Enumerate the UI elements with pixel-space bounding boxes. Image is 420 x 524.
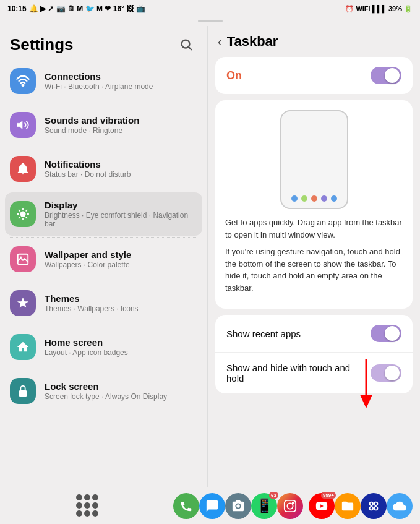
back-button[interactable]: ‹: [218, 35, 222, 49]
display-title: Display: [45, 200, 197, 210]
drag-handle: [198, 20, 223, 22]
sounds-title: Sounds and vibration: [45, 115, 197, 126]
settings-item-lockscreen[interactable]: Lock screen Screen lock type · Always On…: [5, 371, 202, 411]
display-text: Display Brightness · Eye comfort shield …: [45, 200, 197, 228]
notifications-text: Notifications Status bar · Do not distur…: [45, 159, 197, 179]
svg-line-8: [19, 210, 19, 210]
settings-panel: Settings: [0, 26, 207, 487]
taskbar-panel: ‹ Taskbar On Get to apps quickly. Drag: [208, 26, 420, 487]
show-hide-knob: [385, 366, 400, 380]
taskbar-toggle-knob: [385, 68, 400, 83]
notifications-icon: [10, 156, 36, 182]
battery-icon: 🔋: [404, 5, 413, 13]
show-recent-toggle[interactable]: [371, 325, 401, 342]
settings-list: Connections Wi-Fi · Bluetooth · Airplane…: [0, 61, 207, 413]
divider-3: [10, 191, 197, 191]
wallpaper-subtitle: Wallpapers · Color palette: [45, 260, 197, 269]
themes-title: Themes: [45, 293, 197, 304]
svg-line-1: [189, 47, 191, 49]
phone-preview: [280, 110, 348, 209]
options-card: Show recent apps Show and hide with touc…: [215, 315, 413, 393]
nav-phone[interactable]: [173, 493, 199, 519]
sounds-subtitle: Sound mode · Ringtone: [45, 126, 197, 135]
wifi-icon: WiFi: [356, 5, 370, 12]
settings-item-homescreen[interactable]: Home screen Layout · App icon badges: [5, 327, 202, 367]
search-button[interactable]: [175, 33, 197, 56]
red-arrow-annotation: [357, 359, 375, 411]
nav-samsung[interactable]: [361, 493, 387, 519]
time: 10:15: [7, 4, 27, 13]
info-text-2: If you're using gesture navigation, touc…: [225, 246, 403, 294]
themes-icon: [10, 290, 36, 316]
whatsapp-badge: 63: [269, 492, 278, 499]
svg-point-19: [287, 503, 293, 509]
nav-files[interactable]: [335, 493, 361, 519]
youtube-badge: 999+: [321, 492, 336, 499]
option-show-recent: Show recent apps: [215, 315, 413, 352]
lockscreen-icon: [10, 378, 36, 404]
settings-item-sounds[interactable]: Sounds and vibration Sound mode · Ringto…: [5, 105, 202, 145]
svg-point-20: [293, 502, 294, 504]
taskbar-title: Taskbar: [227, 33, 278, 49]
nav-camera[interactable]: [225, 493, 251, 519]
themes-text: Themes Themes · Wallpapers · Icons: [45, 293, 197, 313]
taskbar-main-toggle[interactable]: [371, 67, 401, 84]
info-text-1: Get to apps quickly. Drag an app from th…: [225, 217, 403, 241]
divider-4: [10, 237, 197, 238]
battery-text: 39%: [388, 5, 402, 12]
status-right: ⏰ WiFi ▌▌▌ 39% 🔋: [345, 5, 413, 13]
nav-whatsapp[interactable]: 📱 63: [251, 493, 277, 519]
themes-subtitle: Themes · Wallpapers · Icons: [45, 304, 197, 313]
nav-left: [5, 494, 171, 518]
homescreen-title: Home screen: [45, 337, 197, 348]
lockscreen-subtitle: Screen lock type · Always On Display: [45, 392, 197, 401]
svg-marker-16: [360, 395, 372, 408]
connections-subtitle: Wi-Fi · Bluetooth · Airplane mode: [45, 82, 197, 91]
svg-point-17: [236, 504, 240, 508]
homescreen-subtitle: Layout · App icon badges: [45, 348, 197, 357]
taskbar-preview-card: Get to apps quickly. Drag an app from th…: [215, 100, 413, 309]
svg-point-3: [20, 211, 25, 217]
taskbar-dots: [291, 195, 337, 202]
notifications-subtitle: Status bar · Do not disturb: [45, 170, 197, 179]
app-drawer-button[interactable]: [76, 494, 100, 518]
option-show-hide: Show and hide with touch and hold: [215, 352, 413, 393]
svg-line-10: [19, 217, 19, 218]
nav-cloud[interactable]: [387, 493, 413, 519]
main-layout: Settings: [0, 26, 420, 487]
svg-rect-14: [19, 390, 27, 397]
wallpaper-icon: [10, 246, 36, 272]
wallpaper-title: Wallpaper and style: [45, 249, 197, 260]
dot-3: [311, 195, 317, 202]
signal-icon: ▌▌▌: [372, 5, 387, 12]
settings-item-themes[interactable]: Themes Themes · Wallpapers · Icons: [5, 283, 202, 324]
divider-1: [10, 103, 197, 103]
display-subtitle: Brightness · Eye comfort shield · Naviga…: [45, 211, 197, 228]
lockscreen-title: Lock screen: [45, 381, 197, 392]
sounds-text: Sounds and vibration Sound mode · Ringto…: [45, 115, 197, 135]
alarm-icon: ⏰: [345, 5, 354, 13]
show-hide-label: Show and hide with touch and hold: [226, 363, 371, 384]
homescreen-icon: [10, 334, 36, 360]
divider-8: [10, 413, 197, 413]
connections-icon: [10, 68, 36, 94]
divider-7: [10, 369, 197, 369]
nav-messages[interactable]: [199, 493, 225, 519]
show-recent-label: Show recent apps: [226, 329, 371, 339]
svg-point-23: [370, 506, 374, 510]
show-recent-knob: [385, 326, 400, 341]
settings-item-notifications[interactable]: Notifications Status bar · Do not distur…: [5, 148, 202, 189]
nav-instagram[interactable]: [277, 493, 303, 519]
settings-item-display[interactable]: Display Brightness · Eye comfort shield …: [5, 192, 202, 236]
status-icons: 🔔 ▶ ↗ 📷 🗓 M 🐦 M ❤ 16° 🖼 📺: [29, 4, 145, 13]
svg-point-22: [374, 502, 378, 505]
settings-item-connections[interactable]: Connections Wi-Fi · Bluetooth · Airplane…: [5, 61, 202, 101]
taskbar-header: ‹ Taskbar: [215, 26, 413, 57]
nav-youtube[interactable]: 999+: [309, 493, 335, 519]
settings-item-wallpaper[interactable]: Wallpaper and style Wallpapers · Color p…: [5, 239, 202, 280]
dot-1: [291, 195, 298, 202]
svg-point-13: [20, 256, 22, 258]
wallpaper-text: Wallpaper and style Wallpapers · Color p…: [45, 249, 197, 269]
divider-6: [10, 325, 197, 325]
divider-2: [10, 147, 197, 147]
